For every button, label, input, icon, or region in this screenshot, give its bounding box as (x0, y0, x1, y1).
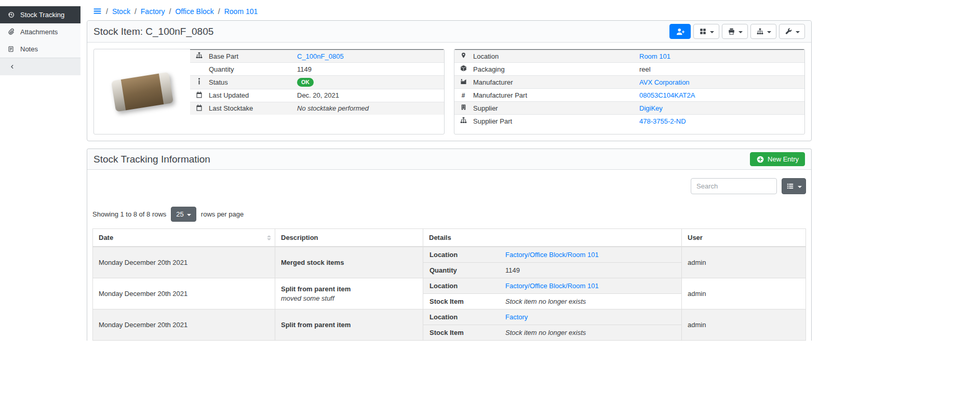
detail-row: Base PartC_100nF_0805 (190, 50, 444, 63)
breadcrumb-link-office-block[interactable]: Office Block (175, 7, 213, 16)
sidebar-item-label: Stock Tracking (20, 11, 64, 19)
tracking-description-cell: Split from parent itemmoved some stuff (275, 278, 423, 309)
tracking-detail-value: Stock item no longer exists (505, 329, 586, 336)
menu-icon[interactable] (92, 7, 102, 16)
tracking-description: Split from parent item (281, 285, 417, 293)
column-header-details: Details (423, 229, 682, 247)
caret-down-icon (767, 31, 771, 33)
breadcrumb-separator: / (135, 7, 137, 16)
new-entry-button[interactable]: New Entry (750, 152, 805, 166)
breadcrumb-separator: / (106, 7, 108, 16)
detail-label: Quantity (204, 63, 292, 76)
detail-row: #Manufacturer Part08053C104KAT2A (454, 89, 804, 102)
calendar-icon (195, 91, 203, 98)
tracking-detail-link[interactable]: Factory/Office Block/Room 101 (505, 251, 599, 259)
detail-row: StatusOK (190, 76, 444, 89)
sidebar-item-stock-tracking[interactable]: Stock Tracking (0, 6, 80, 23)
sitemap-icon (459, 117, 467, 124)
tracking-row: Monday December 20th 2021Split from pare… (93, 309, 806, 341)
detail-value-link[interactable]: 478-3755-2-ND (639, 117, 686, 125)
tracking-detail-link[interactable]: Factory (505, 313, 528, 321)
sidebar-collapse-button[interactable] (0, 58, 80, 75)
hashtag-icon: # (459, 92, 467, 99)
stock-tracking-header: Stock Tracking Information New Entry (87, 149, 811, 170)
column-header-date[interactable]: Date (93, 229, 275, 247)
detail-row: SupplierDigiKey (454, 102, 804, 115)
edit-actions-button[interactable] (779, 24, 805, 39)
tracking-date: Monday December 20th 2021 (93, 278, 275, 309)
caret-down-icon (739, 31, 743, 33)
detail-row: ManufacturerAVX Corporation (454, 76, 804, 89)
info-icon (195, 78, 203, 85)
detail-value-link[interactable]: AVX Corporation (639, 78, 690, 86)
tracking-detail-label: Stock Item (423, 325, 499, 341)
tracking-description: Split from parent item (281, 321, 417, 329)
tracking-detail-label: Location (423, 278, 499, 294)
tracking-description-cell: Split from parent item (275, 309, 423, 341)
tracking-details-cell: LocationFactory/Office Block/Room 101Qua… (423, 247, 682, 278)
tracking-user: admin (682, 278, 806, 309)
detail-row: Last UpdatedDec. 20, 2021 (190, 89, 444, 102)
sidebar-item-notes[interactable]: Notes (0, 41, 80, 58)
columns-button[interactable] (782, 178, 806, 194)
detail-label: Base Part (204, 50, 292, 63)
stock-tracking-panel: Stock Tracking Information New Entry Sho… (87, 149, 812, 341)
new-entry-label: New Entry (768, 155, 799, 163)
tracking-details-cell: LocationFactory/Office Block/Room 101Sto… (423, 278, 682, 309)
column-header-description: Description (275, 229, 423, 247)
detail-label: Supplier Part (468, 115, 635, 128)
detail-row: Supplier Part478-3755-2-ND (454, 115, 804, 128)
details-table-left: Base PartC_100nF_0805Quantity1149StatusO… (190, 49, 444, 115)
stock-item-panel: Stock Item: C_100nF_0805 Base PartC_100n… (87, 20, 812, 141)
sidebar-item-label: Notes (20, 45, 38, 53)
tracking-detail-link[interactable]: Factory/Office Block/Room 101 (505, 282, 599, 290)
breadcrumb-link-stock[interactable]: Stock (112, 7, 130, 16)
printer-icon (727, 28, 735, 35)
rows-per-page-text: rows per page (201, 210, 244, 218)
detail-value: No stocktake performed (297, 104, 369, 112)
capacitor-image (111, 72, 173, 112)
caret-down-icon (187, 214, 191, 216)
breadcrumb-link-factory[interactable]: Factory (141, 7, 165, 16)
history-icon (7, 11, 15, 18)
sort-icon[interactable] (267, 235, 271, 241)
detail-value-link[interactable]: C_100nF_0805 (297, 52, 344, 60)
stock-actions-button[interactable] (750, 24, 776, 39)
map-pin-icon (459, 52, 467, 59)
grid-icon (699, 28, 707, 35)
view-options-button[interactable] (693, 24, 719, 39)
detail-value: Dec. 20, 2021 (297, 91, 339, 99)
tracking-description: Merged stock items (281, 259, 417, 266)
detail-row: LocationRoom 101 (454, 50, 804, 63)
breadcrumb-link-room-101[interactable]: Room 101 (224, 7, 258, 16)
tracking-detail-row: Stock ItemStock item no longer exists (423, 294, 681, 309)
chevron-left-icon (8, 63, 16, 70)
app-root: Stock TrackingAttachmentsNotes /Stock/Fa… (0, 0, 980, 341)
tracking-detail-row: LocationFactory/Office Block/Room 101 (423, 247, 681, 263)
detail-value-link[interactable]: Room 101 (639, 52, 670, 60)
search-input[interactable] (691, 178, 777, 194)
calendar-icon (195, 104, 203, 111)
wrench-icon (784, 28, 793, 35)
tracking-detail-row: Quantity1149 (423, 263, 681, 278)
detail-value-link[interactable]: DigiKey (639, 104, 663, 112)
status-badge: OK (297, 78, 314, 87)
detail-value: 1149 (297, 65, 312, 73)
page-size-button[interactable]: 25 (171, 207, 196, 222)
details-right-box: LocationRoom 101PackagingreelManufacture… (454, 49, 805, 134)
detail-label: Location (468, 50, 635, 63)
detail-value-link[interactable]: 08053C104KAT2A (639, 91, 695, 99)
sidebar-item-attachments[interactable]: Attachments (0, 23, 80, 41)
detail-row: Quantity1149 (190, 63, 444, 76)
breadcrumb-separator: / (218, 7, 220, 16)
column-header-user: User (682, 229, 806, 247)
tracking-detail-label: Stock Item (423, 294, 499, 309)
part-image[interactable] (94, 49, 190, 134)
user-actions-button[interactable] (669, 24, 691, 39)
detail-label: Manufacturer (468, 76, 635, 89)
print-actions-button[interactable] (722, 24, 748, 39)
page-title: Stock Item: C_100nF_0805 (93, 26, 213, 37)
capacitor-body (120, 73, 163, 110)
sitemap-icon (195, 52, 203, 59)
details-table-right: LocationRoom 101PackagingreelManufacture… (454, 49, 804, 128)
